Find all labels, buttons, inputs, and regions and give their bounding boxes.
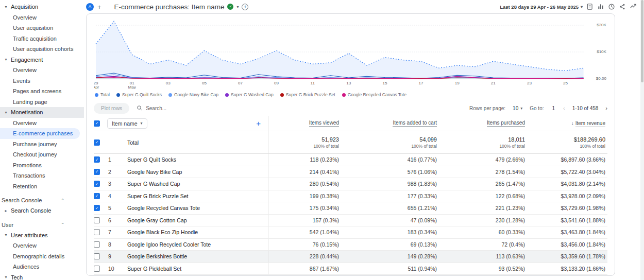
row-checkbox[interactable]: ✓ [94,193,100,199]
report-notes-icon[interactable] [586,3,594,10]
column-header-item-revenue[interactable]: ↓Item revenue [529,116,607,131]
sidebar-item-purchase-journey[interactable]: Purchase journey [0,139,80,150]
sidebar-group-user-attributes[interactable]: ▾User attributes [0,230,84,241]
sidebar-item-checkout-journey[interactable]: Checkout journey [0,149,80,160]
row-checkbox[interactable] [94,266,100,272]
bar-chart-icon[interactable] [597,3,604,10]
add-icon[interactable]: + [97,3,101,11]
sidebar-item-events[interactable]: Events [0,76,80,86]
select-all-checkbox[interactable]: ✓ [94,120,100,127]
sidebar-item-overview[interactable]: Overview [0,118,80,129]
sidebar-item-landing-page[interactable]: Landing page [0,97,80,108]
legend-dot-icon [116,93,120,97]
legend-item-total[interactable]: Total [95,92,110,97]
row-checkbox[interactable] [94,217,100,223]
prev-page-icon[interactable]: ‹ [563,105,565,111]
search-input[interactable] [146,106,213,111]
plot-rows-button[interactable]: Plot rows [94,103,129,114]
dimension-dropdown[interactable]: Item name ▾ [107,118,147,129]
share-icon[interactable] [619,3,626,10]
sidebar-item-transactions[interactable]: Transactions [0,170,80,181]
sidebar-item-retention[interactable]: Retention [0,181,80,192]
items-viewed-value: 199 (0.38%) [268,190,343,202]
sidebar-item-demographic-details[interactable]: Demographic details [0,251,80,262]
sidebar-item-traffic-acquisition[interactable]: Traffic acquisition [0,33,80,44]
add-dimension-icon[interactable]: + [256,119,261,128]
table-row[interactable]: ✓5Google Recycled Canvas Tote175 (0.34%)… [94,202,607,215]
title-chevron-down-icon[interactable]: ▾ [236,5,239,9]
add-report-icon[interactable]: + [242,4,248,10]
expand-down-icon[interactable]: ▾ [4,5,8,9]
row-checkbox[interactable]: ✓ [94,169,100,175]
sidebar-item-user-acquisition[interactable]: User acquisition [0,23,80,33]
svg-text:17: 17 [419,81,424,85]
sidebar-item-overview[interactable]: Overview [0,240,80,251]
collapse-icon[interactable]: ⌃ [61,222,64,227]
sidebar-item-e-commerce-purchases[interactable]: E-commerce purchases [0,128,80,139]
sidebar-group-acquisition[interactable]: ▾Acquisition [0,2,84,12]
date-range-selector[interactable]: Last 28 days 29 Apr - 26 May 2025 ▾ [500,4,583,10]
legend-item-super-g-washed-cap[interactable]: Super G Washed Cap [225,92,274,97]
table-row[interactable]: ✓1Super G Quilt Socks118 (0.23%)416 (0.7… [94,154,607,166]
scrollbar-thumb[interactable] [641,0,643,82]
table-row[interactable]: ✓4Super G Brick Puzzle Set199 (0.38%)177… [94,190,607,203]
table-row[interactable]: ✓3Super G Washed Cap280 (0.54%)988 (1.83… [94,178,607,190]
scrollbar[interactable] [640,0,644,280]
expand-down-icon[interactable]: ▾ [4,275,8,279]
row-checkbox[interactable]: ✓ [94,205,100,211]
account-avatar[interactable]: A [86,3,94,11]
insights-icon[interactable] [630,3,637,10]
sidebar-group-tech[interactable]: ▾Tech [0,272,84,280]
sidebar-group-search-console[interactable]: ▸Search Console [0,205,84,216]
legend-dot-icon [280,93,284,97]
expand-down-icon[interactable]: ▾ [4,233,8,237]
table-row[interactable]: 10Super G Pickleball Set867 (1.67%)511 (… [94,263,607,275]
column-header-items-purchased[interactable]: Items purchased [441,116,529,131]
legend-item-google-navy-bike-cap[interactable]: Google Navy Bike Cap [168,92,218,97]
expand-right-icon[interactable]: ▸ [4,208,8,213]
sidebar-group-monetisation[interactable]: ▾Monetisation [0,107,84,118]
search-box[interactable] [137,105,213,111]
legend-dot-icon [225,93,229,97]
legend-item-google-recycled-canvas-tote[interactable]: Google Recycled Canvas Tote [342,92,406,97]
item-revenue-value: $3,463.80 (1.84%) [529,226,607,238]
sidebar-item-promotions[interactable]: Promotions [0,160,80,171]
expand-down-icon[interactable]: ▾ [4,110,8,115]
row-checkbox[interactable]: ✓ [94,156,100,163]
sidebar-item-overview[interactable]: Overview [0,65,80,76]
sidebar-section-user[interactable]: User⌃ [0,220,84,230]
sidebar-item-user-acquisition-cohorts[interactable]: User acquisition cohorts [0,44,80,55]
sidebar-item-audiences[interactable]: Audiences [0,261,80,272]
goto-page-input[interactable]: 1 [551,106,556,111]
table-row[interactable]: 6Google Gray Cotton Cap157 (0.3%)47 (0.0… [94,215,607,227]
row-checkbox[interactable] [94,253,100,259]
table-row[interactable]: 7Google Black Eco Zip Hoodie542 (1.04%)1… [94,226,607,239]
table-row[interactable]: ✓2Google Navy Bike Cap214 (0.41%)576 (1.… [94,166,607,179]
sidebar-section-search-console[interactable]: Search Console⌃ [0,195,84,205]
collapse-icon[interactable]: ⌃ [61,198,64,203]
rows-per-page-select[interactable]: 10 ▾ [513,106,522,111]
next-page-icon[interactable]: › [605,105,607,111]
sidebar-group-engagement[interactable]: ▾Engagement [0,55,84,65]
column-header-items-added[interactable]: Items added to cart [343,116,441,131]
table-row[interactable]: 9Google Berkshires Bottle228 (0.44%)149 … [94,251,607,263]
sidebar-item-overview[interactable]: Overview [0,12,80,23]
revenue-chart[interactable]: $0.00$10K$20K29Apr01May03050709111315171… [94,17,607,89]
items-purchased-value: 72 (0.4%) [441,239,529,251]
totals-checkbox[interactable]: ✓ [94,139,100,146]
clock-icon[interactable] [608,3,615,10]
expand-down-icon[interactable]: ▾ [4,57,8,62]
row-index: 6 [107,217,123,223]
legend-item-super-g-brick-puzzle-set[interactable]: Super G Brick Puzzle Set [280,92,335,97]
svg-text:03: 03 [166,81,171,85]
row-checkbox[interactable] [94,229,100,235]
column-header-items-viewed[interactable]: Items viewed [268,116,343,131]
sidebar-item-pages-and-screens[interactable]: Pages and screens [0,86,80,97]
totals-row: ✓ Total 51,923100% of total 54,099100% o… [94,131,607,154]
legend-item-super-g-quilt-socks[interactable]: Super G Quilt Socks [116,92,162,97]
item-revenue-value: $6,897.60 (3.66%) [529,154,607,166]
row-checkbox[interactable] [94,241,100,248]
table-row[interactable]: 8Google Igloo Recycled Cooler Tote76 (0.… [94,239,607,251]
row-checkbox[interactable]: ✓ [94,181,100,187]
svg-text:05: 05 [202,81,207,85]
